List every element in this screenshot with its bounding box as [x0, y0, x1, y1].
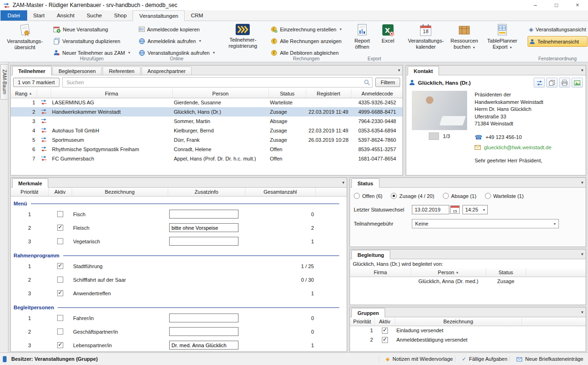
participant-row[interactable]: 5 Sportmuseum Dürr, Frank Zusage 26.03.2…	[11, 135, 402, 145]
teilnahmegebuehr-select[interactable]: Keine▾	[412, 219, 559, 228]
column-header-prioritaet[interactable]: Priorität	[11, 188, 48, 196]
merkmal-row[interactable]: 2 Schifffahrt auf der Saar 0 / 30	[11, 273, 347, 286]
tab-ansprechpartner[interactable]: Ansprechpartner	[141, 66, 192, 75]
participant-row[interactable]: 3 Sommer, Martin Absage 7964-2330-9448	[11, 117, 402, 126]
tab-begleitung[interactable]: Begleitung	[351, 250, 390, 259]
begleitung-row[interactable]: Glücklich, Anna (Dr. med.) Zusage	[350, 277, 586, 286]
zusatzinfo-input[interactable]	[169, 237, 238, 246]
alle-rechnungen-button[interactable]: € Alle Rechnungen anzeigen	[269, 36, 343, 46]
radio-zusage[interactable]: Zusage (4 / 20)	[391, 193, 434, 199]
aktiv-checkbox[interactable]	[57, 315, 63, 321]
tab-suche[interactable]: Suche	[81, 10, 108, 21]
aktiv-checkbox[interactable]	[382, 337, 388, 343]
tab-begleitpersonen[interactable]: Begleitpersonen	[52, 66, 102, 75]
aktiv-checkbox[interactable]	[57, 277, 63, 283]
chevron-down-icon[interactable]: ▾	[581, 181, 583, 185]
statuswechsel-date-input[interactable]: 13.02.2019	[412, 205, 449, 214]
minimize-button[interactable]: –	[525, 0, 546, 10]
filter-button[interactable]: Filtern	[375, 78, 400, 87]
participant-row[interactable]: 6 Rhythmische Sportgymnastik Freiham Con…	[11, 145, 402, 154]
teilnehmeransicht-button[interactable]: Teilnehmeransicht	[528, 36, 588, 47]
print-button[interactable]	[559, 78, 570, 88]
calendar-picker-button[interactable]: 15	[450, 205, 460, 214]
column-header-status[interactable]: Status	[486, 268, 526, 277]
search-icon[interactable]	[364, 79, 370, 86]
search-input[interactable]	[66, 79, 364, 86]
tab-start[interactable]: Start	[27, 10, 51, 21]
veranstaltungskalender-button[interactable]: 18 Veranstaltungs-kalender	[406, 23, 446, 51]
column-header-bezeichnung[interactable]: Bezeichnung	[72, 188, 168, 196]
merkmal-row[interactable]: 1 Stadtführung 1 / 25	[11, 259, 347, 273]
participant-row[interactable]: 2 Handwerkskammer Weinstadt Glücklich, H…	[11, 107, 402, 117]
notizen-wiedervorlage-item[interactable]: ◆ Notizen mit Wiedervorlage	[379, 356, 453, 362]
column-header-anmeldecode[interactable]: Anmeldecode	[351, 89, 402, 98]
zam-baum-tab[interactable]: ZAM-Baum	[0, 64, 8, 100]
merkmal-row[interactable]: 1 Fisch 0	[11, 207, 347, 221]
statuswechsel-time-input[interactable]: 14:25▾	[462, 205, 488, 214]
einzelrechnung-button[interactable]: € Einzelrechnung erstellen ▾	[269, 24, 343, 34]
aktiv-checkbox[interactable]	[57, 342, 63, 348]
copy-button[interactable]	[546, 78, 558, 88]
tableplanner-export-button[interactable]: TablePlanner Export ▾	[483, 23, 522, 51]
gruppen-row[interactable]: 1 Einladung versendet	[350, 326, 586, 335]
veranstaltungsansicht-button[interactable]: ◈ Veranstaltungsansicht	[528, 24, 588, 34]
anmeldelink-button[interactable]: Anmeldelink aufrufen ▾	[137, 36, 216, 46]
merkmal-row[interactable]: 2 Geschäftspartner/in 0	[11, 325, 347, 338]
briefkasten-item[interactable]: Neue Briefkasteneinträge	[509, 356, 583, 362]
participant-row[interactable]: 1 LASERMINUS AG Gierdende, Susanne Warte…	[11, 98, 402, 107]
tab-datei[interactable]: Datei	[0, 10, 27, 21]
tab-ansicht[interactable]: Ansicht	[51, 10, 81, 21]
zusatzinfo-input[interactable]	[169, 223, 238, 232]
column-header-rang[interactable]: Rang▲	[11, 89, 37, 98]
chevron-down-icon[interactable]: ▾	[581, 310, 583, 314]
tab-gruppen[interactable]: Gruppen	[351, 308, 385, 317]
tab-status[interactable]: Status	[351, 178, 380, 188]
zusatzinfo-input[interactable]	[169, 314, 238, 322]
chevron-down-icon[interactable]: ▾	[581, 68, 583, 73]
radio-offen[interactable]: Offen (6)	[354, 193, 382, 199]
column-header-gesamtanzahl[interactable]: Gesamtanzahl	[245, 188, 315, 196]
image-button[interactable]	[572, 78, 583, 88]
merkmal-row[interactable]: 3 Vegetarisch 1	[11, 234, 347, 248]
chevron-down-icon[interactable]: ▾	[581, 252, 583, 256]
photo-nav-button[interactable]	[429, 132, 439, 140]
aktiv-checkbox[interactable]	[57, 238, 63, 244]
report-oeffnen-button[interactable]: Report öffnen	[349, 23, 376, 51]
aktiv-checkbox[interactable]	[57, 225, 63, 231]
merkmal-row[interactable]: 3 Anwendertreffen 1	[11, 286, 347, 300]
neue-veranstaltung-button[interactable]: Neue Veranstaltung	[52, 24, 132, 34]
radio-absage[interactable]: Absage (1)	[443, 193, 476, 199]
sync-button[interactable]	[534, 78, 545, 88]
tab-shop[interactable]: Shop	[108, 10, 133, 21]
tab-referenten[interactable]: Referenten	[103, 66, 140, 75]
anmeldecode-kopieren-button[interactable]: Anmeldecode kopieren	[137, 24, 216, 34]
veranstaltung-duplizieren-button[interactable]: Veranstaltung duplizieren	[52, 36, 132, 46]
column-header-person[interactable]: Person▲	[411, 268, 486, 277]
column-header-zusatzinfo[interactable]: Zusatzinfo	[168, 188, 245, 196]
participant-row[interactable]: 7 FC Gummersbach Appel, Hans (Prof. Dr. …	[11, 154, 402, 163]
zusatzinfo-input[interactable]	[169, 210, 238, 219]
tab-crm[interactable]: CRM	[185, 10, 209, 21]
radio-warteliste[interactable]: Warteliste (1)	[485, 193, 524, 199]
aktiv-checkbox[interactable]	[57, 263, 63, 269]
merkmal-row[interactable]: 2 Fleisch 2	[11, 221, 347, 234]
aktiv-checkbox[interactable]	[57, 211, 63, 217]
tab-merkmale[interactable]: Merkmale	[12, 178, 48, 188]
maximize-button[interactable]: □	[546, 0, 567, 10]
tab-veranstaltungen[interactable]: Veranstaltungen	[133, 10, 185, 21]
column-header-firma[interactable]: Firma	[350, 268, 411, 277]
merkmal-row[interactable]: 3 Lebenspartner/in 1	[11, 338, 347, 351]
zusatzinfo-input[interactable]	[169, 341, 238, 350]
close-button[interactable]: ×	[567, 0, 588, 10]
tab-teilnehmer[interactable]: Teilnehmer	[12, 66, 52, 75]
column-header-bezeichnung[interactable]: Bezeichnung	[395, 317, 521, 326]
teilnehmerregistrierung-button[interactable]: Teilnehmer-registrierung	[222, 23, 264, 50]
faellige-aufgaben-item[interactable]: ✓ Fällige Aufgaben	[455, 356, 507, 362]
ressourcen-buchen-button[interactable]: Ressourcen buchen ▾	[446, 23, 483, 51]
aktiv-checkbox[interactable]	[57, 328, 63, 335]
column-header-registriert[interactable]: Registriert	[306, 89, 351, 98]
chevron-down-icon[interactable]: ▾	[342, 181, 344, 185]
merkmal-row[interactable]: 1 Fahrer/in 0	[11, 311, 347, 325]
aktiv-checkbox[interactable]	[382, 328, 388, 334]
column-header-aktiv[interactable]: Aktiv	[374, 317, 395, 326]
